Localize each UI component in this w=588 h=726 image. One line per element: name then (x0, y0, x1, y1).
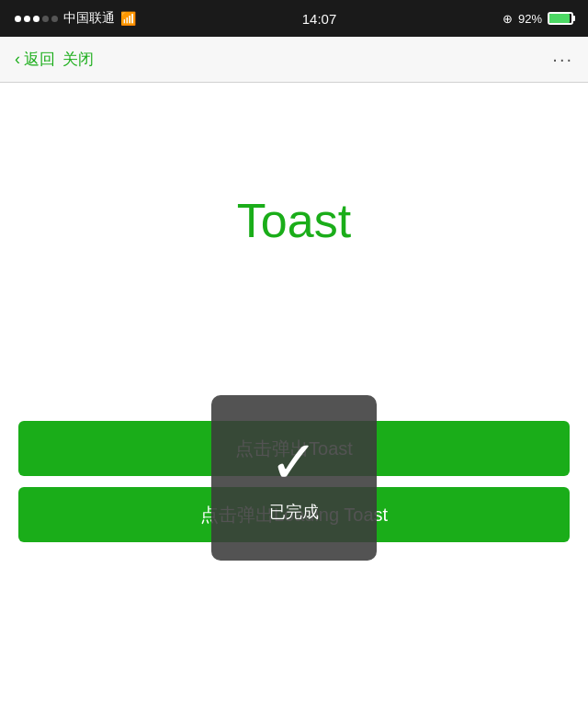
toast-checkmark-icon: ✓ (269, 433, 319, 492)
status-left: 中国联通 📶 (15, 10, 136, 27)
back-chevron-icon: ‹ (15, 50, 20, 69)
battery-fill (549, 14, 570, 23)
dot4 (42, 16, 49, 22)
toast-popup: ✓ 已完成 (211, 395, 377, 561)
dot1 (15, 16, 21, 22)
wifi-icon: 📶 (120, 11, 136, 26)
back-button[interactable]: 返回 (24, 49, 55, 70)
status-time: 14:07 (302, 11, 337, 27)
dot2 (24, 16, 30, 22)
battery-container (548, 12, 573, 25)
dot3 (33, 16, 40, 22)
nav-bar: ‹ 返回 关闭 ··· (0, 37, 588, 83)
close-button[interactable]: 关闭 (62, 49, 94, 70)
signal-dots (15, 16, 58, 22)
nav-left[interactable]: ‹ 返回 关闭 (15, 49, 94, 70)
main-content: Toast 点击弹出Toast 点击弹出Loading Toast ✓ 已完成 (0, 83, 588, 726)
page-title: Toast (237, 193, 351, 248)
battery-percent: 92% (518, 12, 542, 26)
more-button[interactable]: ··· (552, 49, 573, 70)
carrier-label: 中国联通 (63, 10, 115, 27)
toast-message: 已完成 (269, 501, 319, 523)
battery-icon (548, 12, 573, 25)
gps-icon: ⊕ (503, 12, 513, 26)
status-bar: 中国联通 📶 14:07 ⊕ 92% (0, 0, 588, 37)
dot5 (51, 16, 58, 22)
status-right: ⊕ 92% (503, 12, 573, 26)
